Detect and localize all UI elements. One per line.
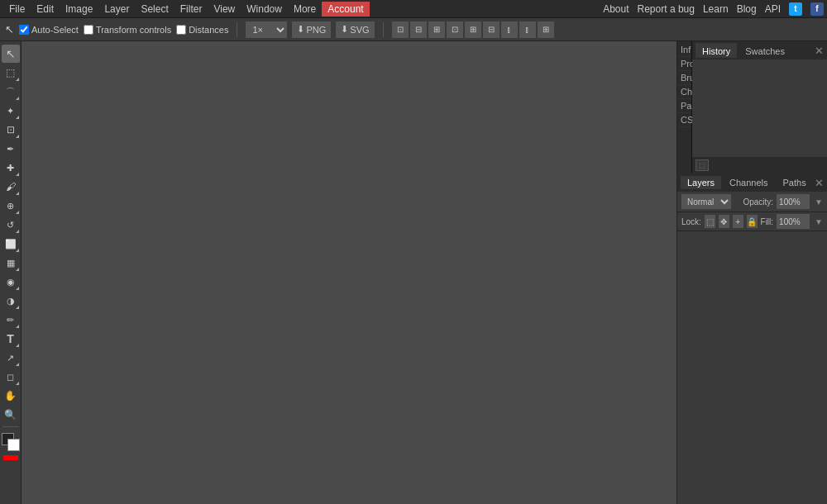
tab-channels[interactable]: Channels [723,176,774,189]
link-blog[interactable]: Blog [737,3,757,15]
magic-wand-tool[interactable]: ✦ [2,102,20,120]
shape-tool[interactable]: ◻ [2,368,20,386]
gradient-icon: ▦ [7,258,15,269]
align-left-btn[interactable]: ⊡ [392,21,409,38]
menu-more[interactable]: More [288,2,322,17]
side-labels-column: Inf Pro Bru Cha Par CSS [677,41,692,174]
wand-icon: ✦ [7,106,14,116]
facebook-icon[interactable]: f [810,2,824,16]
opacity-arrow[interactable]: ▼ [815,197,823,207]
fill-input[interactable] [777,214,810,229]
eraser-icon: ⬜ [5,239,17,250]
png-label: PNG [306,25,326,35]
lock-label: Lock: [681,217,701,226]
side-label-pro[interactable]: Pro [677,57,691,71]
blend-mode-select[interactable]: Normal Multiply Screen [681,194,731,209]
color-indicator [3,455,18,460]
link-report-bug[interactable]: Report a bug [638,3,695,15]
menu-right-links: About Report a bug Learn Blog API t f [603,2,824,16]
gradient-tool[interactable]: ▦ [2,254,20,272]
png-export-btn[interactable]: ⬇ PNG [292,21,331,38]
canvas-background [22,41,676,504]
lock-move-btn[interactable]: ✥ [719,215,729,228]
tab-layers[interactable]: Layers [681,176,721,189]
zoom-select[interactable]: 1× 2× 0.5× [246,21,287,38]
link-api[interactable]: API [765,3,781,15]
crop-tool[interactable]: ⊡ [2,121,20,139]
lock-all-btn[interactable]: + [733,215,743,228]
menu-window[interactable]: Window [241,2,288,17]
move-tool-icon: ↖ [5,23,14,36]
tab-swatches[interactable]: Swatches [739,43,791,58]
layers-lock-row: Lock: ⬚ ✥ + 🔒 Fill: ▼ [677,212,827,231]
align-top-btn[interactable]: ⊡ [447,21,463,38]
align-center-v-btn[interactable]: ⊞ [465,21,481,38]
distribute-h-btn[interactable]: ⫿ [501,21,518,38]
auto-select-input[interactable] [19,25,29,35]
zoom-tool[interactable]: 🔍 [2,406,20,424]
menu-edit[interactable]: Edit [31,2,60,17]
history-brush-tool[interactable]: ↺ [2,216,20,234]
blur-tool[interactable]: ◉ [2,273,20,291]
menu-account[interactable]: Account [322,2,369,17]
fill-label: Fill: [761,217,774,226]
layers-options-row: Normal Multiply Screen Opacity: ▼ [677,192,827,212]
side-label-bru[interactable]: Bru [677,71,691,85]
side-label-css[interactable]: CSS [677,113,691,127]
transform-controls-input[interactable] [84,25,93,35]
move-tool[interactable]: ↖ [2,45,20,63]
auto-select-checkbox[interactable]: Auto-Select [19,25,79,35]
align-right-btn[interactable]: ⊞ [428,21,445,38]
layers-panel: Layers Channels Paths ✕ Normal Multiply … [677,174,827,504]
menu-view[interactable]: View [208,2,241,17]
healing-tool[interactable]: ✚ [2,159,20,177]
background-color[interactable] [7,439,20,451]
stamp-tool[interactable]: ⊕ [2,197,20,215]
menu-image[interactable]: Image [60,2,98,17]
hand-tool[interactable]: ✋ [2,387,20,405]
text-tool[interactable]: T [2,330,20,348]
side-label-par[interactable]: Par [677,99,691,113]
path-select-tool[interactable]: ↗ [2,349,20,367]
lock-pixels-btn[interactable]: ⬚ [705,215,715,228]
menu-file[interactable]: File [3,2,31,17]
lasso-icon: ⌒ [6,86,15,98]
menu-filter[interactable]: Filter [174,2,208,17]
marquee-tool[interactable]: ⬚ [2,64,20,82]
align-bottom-btn[interactable]: ⊟ [483,21,500,38]
layers-content [677,231,827,504]
eraser-tool[interactable]: ⬜ [2,235,20,253]
distances-input[interactable] [176,25,186,35]
history-swatches-tabs: History Swatches ✕ [692,41,827,59]
distances-checkbox[interactable]: Distances [176,25,228,35]
download-icon: ⬇ [297,24,304,35]
twitter-icon[interactable]: t [789,2,802,16]
transform-controls-checkbox[interactable]: Transform controls [84,25,171,35]
link-learn[interactable]: Learn [703,3,729,15]
dodge-tool[interactable]: ◑ [2,292,20,310]
pen-tool[interactable]: ✏ [2,311,20,329]
side-label-cha[interactable]: Cha [677,85,691,99]
lock-lock-btn[interactable]: 🔒 [747,215,758,228]
panel-close-btn[interactable]: ✕ [815,45,824,57]
distribute-v-btn[interactable]: ⫿ [519,21,536,38]
link-about[interactable]: About [603,3,629,15]
side-label-inf[interactable]: Inf [677,43,691,57]
tab-paths[interactable]: Paths [777,176,813,189]
color-swatches [2,433,20,451]
layers-panel-close-btn[interactable]: ✕ [815,177,824,189]
brush-tool[interactable]: 🖌 [2,178,20,196]
tab-history[interactable]: History [696,43,737,58]
transform-controls-label: Transform controls [96,25,171,35]
svg-export-btn[interactable]: ⬇ SVG [336,21,374,38]
eyedropper-tool[interactable]: ✒ [2,140,20,158]
menu-select[interactable]: Select [135,2,174,17]
lasso-tool[interactable]: ⌒ [2,83,20,101]
layout-btn[interactable]: ⊞ [538,21,554,38]
align-center-h-btn[interactable]: ⊟ [410,21,427,38]
opacity-input[interactable] [777,194,810,209]
fill-arrow[interactable]: ▼ [815,217,823,226]
left-toolbar: ↖ ⬚ ⌒ ✦ ⊡ ✒ ✚ 🖌 ⊕ [0,41,22,504]
menu-layer[interactable]: Layer [98,2,135,17]
canvas-area[interactable]: Photopea New Project Open From Computer … [22,41,676,504]
